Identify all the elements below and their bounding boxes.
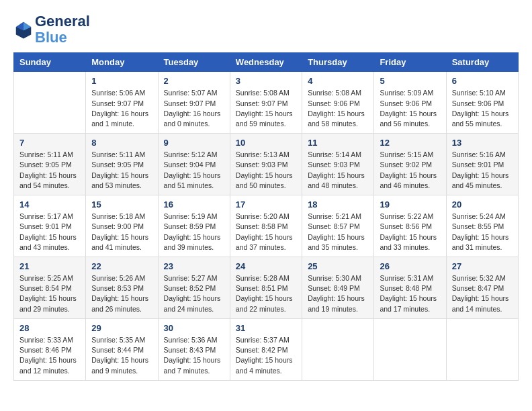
day-info: Sunrise: 5:33 AM Sunset: 8:46 PM Dayligh… (19, 335, 80, 376)
day-cell: 3Sunrise: 5:08 AM Sunset: 9:07 PM Daylig… (230, 72, 302, 134)
day-number: 2 (164, 76, 224, 86)
week-row: 14Sunrise: 5:17 AM Sunset: 9:01 PM Dayli… (14, 195, 519, 257)
logo: GeneralBlue (13, 13, 90, 46)
day-info: Sunrise: 5:19 AM Sunset: 8:59 PM Dayligh… (164, 212, 224, 253)
day-info: Sunrise: 5:18 AM Sunset: 9:00 PM Dayligh… (91, 212, 152, 253)
day-number: 4 (308, 76, 368, 86)
day-cell: 20Sunrise: 5:24 AM Sunset: 8:55 PM Dayli… (446, 195, 518, 257)
day-info: Sunrise: 5:12 AM Sunset: 9:04 PM Dayligh… (164, 150, 224, 191)
day-cell: 13Sunrise: 5:16 AM Sunset: 9:01 PM Dayli… (446, 134, 518, 195)
day-info: Sunrise: 5:20 AM Sunset: 8:58 PM Dayligh… (236, 212, 296, 253)
day-info: Sunrise: 5:13 AM Sunset: 9:03 PM Dayligh… (236, 150, 296, 191)
day-number: 10 (236, 138, 296, 148)
day-cell: 30Sunrise: 5:36 AM Sunset: 8:43 PM Dayli… (158, 318, 230, 380)
logo-text: GeneralBlue (35, 13, 90, 46)
day-number: 24 (236, 261, 296, 271)
day-cell: 5Sunrise: 5:09 AM Sunset: 9:06 PM Daylig… (374, 72, 446, 134)
day-info: Sunrise: 5:27 AM Sunset: 8:52 PM Dayligh… (164, 273, 224, 314)
day-number: 7 (19, 138, 80, 148)
day-info: Sunrise: 5:08 AM Sunset: 9:06 PM Dayligh… (308, 88, 368, 129)
day-cell: 6Sunrise: 5:10 AM Sunset: 9:06 PM Daylig… (446, 72, 518, 134)
day-number: 31 (236, 323, 296, 333)
day-number: 9 (164, 138, 224, 148)
day-cell: 10Sunrise: 5:13 AM Sunset: 9:03 PM Dayli… (230, 134, 302, 195)
day-cell: 4Sunrise: 5:08 AM Sunset: 9:06 PM Daylig… (302, 72, 374, 134)
day-info: Sunrise: 5:24 AM Sunset: 8:55 PM Dayligh… (452, 212, 513, 253)
column-header-sunday: Sunday (14, 53, 86, 72)
day-number: 27 (452, 261, 513, 271)
day-cell: 25Sunrise: 5:30 AM Sunset: 8:49 PM Dayli… (302, 257, 374, 319)
day-cell: 31Sunrise: 5:37 AM Sunset: 8:42 PM Dayli… (230, 318, 302, 380)
day-number: 1 (91, 76, 152, 86)
day-number: 23 (164, 261, 224, 271)
column-header-tuesday: Tuesday (158, 53, 230, 72)
day-number: 14 (19, 199, 80, 210)
day-cell (302, 318, 374, 380)
day-number: 3 (236, 76, 296, 86)
day-number: 16 (164, 199, 224, 210)
day-info: Sunrise: 5:09 AM Sunset: 9:06 PM Dayligh… (380, 88, 440, 129)
day-info: Sunrise: 5:22 AM Sunset: 8:56 PM Dayligh… (380, 212, 440, 253)
day-info: Sunrise: 5:07 AM Sunset: 9:07 PM Dayligh… (164, 88, 224, 129)
day-cell: 21Sunrise: 5:25 AM Sunset: 8:54 PM Dayli… (14, 257, 86, 319)
day-info: Sunrise: 5:35 AM Sunset: 8:44 PM Dayligh… (91, 335, 152, 376)
column-header-friday: Friday (374, 53, 446, 72)
day-number: 22 (91, 261, 152, 271)
header-row: SundayMondayTuesdayWednesdayThursdayFrid… (14, 53, 519, 72)
day-number: 30 (164, 323, 224, 333)
day-number: 8 (91, 138, 152, 148)
logo-icon (13, 19, 34, 40)
page-header: GeneralBlue (13, 13, 519, 46)
day-info: Sunrise: 5:36 AM Sunset: 8:43 PM Dayligh… (164, 335, 224, 376)
day-cell: 23Sunrise: 5:27 AM Sunset: 8:52 PM Dayli… (158, 257, 230, 319)
day-cell: 2Sunrise: 5:07 AM Sunset: 9:07 PM Daylig… (158, 72, 230, 134)
day-number: 28 (19, 323, 80, 333)
day-info: Sunrise: 5:11 AM Sunset: 9:05 PM Dayligh… (19, 150, 80, 191)
day-info: Sunrise: 5:17 AM Sunset: 9:01 PM Dayligh… (19, 212, 80, 253)
day-cell: 24Sunrise: 5:28 AM Sunset: 8:51 PM Dayli… (230, 257, 302, 319)
day-number: 20 (452, 199, 513, 210)
day-cell: 14Sunrise: 5:17 AM Sunset: 9:01 PM Dayli… (14, 195, 86, 257)
day-cell (374, 318, 446, 380)
column-header-saturday: Saturday (446, 53, 518, 72)
day-cell: 19Sunrise: 5:22 AM Sunset: 8:56 PM Dayli… (374, 195, 446, 257)
day-number: 15 (91, 199, 152, 210)
day-info: Sunrise: 5:10 AM Sunset: 9:06 PM Dayligh… (452, 88, 513, 129)
day-info: Sunrise: 5:31 AM Sunset: 8:48 PM Dayligh… (380, 273, 440, 314)
day-cell: 8Sunrise: 5:11 AM Sunset: 9:05 PM Daylig… (86, 134, 158, 195)
day-cell (14, 72, 86, 134)
day-info: Sunrise: 5:26 AM Sunset: 8:53 PM Dayligh… (91, 273, 152, 314)
day-cell: 18Sunrise: 5:21 AM Sunset: 8:57 PM Dayli… (302, 195, 374, 257)
calendar-table: SundayMondayTuesdayWednesdayThursdayFrid… (13, 52, 519, 380)
day-cell: 16Sunrise: 5:19 AM Sunset: 8:59 PM Dayli… (158, 195, 230, 257)
week-row: 7Sunrise: 5:11 AM Sunset: 9:05 PM Daylig… (14, 134, 519, 195)
day-info: Sunrise: 5:08 AM Sunset: 9:07 PM Dayligh… (236, 88, 296, 129)
day-number: 11 (308, 138, 368, 148)
week-row: 28Sunrise: 5:33 AM Sunset: 8:46 PM Dayli… (14, 318, 519, 380)
day-number: 29 (91, 323, 152, 333)
day-cell: 26Sunrise: 5:31 AM Sunset: 8:48 PM Dayli… (374, 257, 446, 319)
week-row: 21Sunrise: 5:25 AM Sunset: 8:54 PM Dayli… (14, 257, 519, 319)
day-cell: 17Sunrise: 5:20 AM Sunset: 8:58 PM Dayli… (230, 195, 302, 257)
day-number: 5 (380, 76, 440, 86)
day-info: Sunrise: 5:21 AM Sunset: 8:57 PM Dayligh… (308, 212, 368, 253)
column-header-thursday: Thursday (302, 53, 374, 72)
day-cell: 15Sunrise: 5:18 AM Sunset: 9:00 PM Dayli… (86, 195, 158, 257)
day-number: 26 (380, 261, 440, 271)
day-cell: 27Sunrise: 5:32 AM Sunset: 8:47 PM Dayli… (446, 257, 518, 319)
day-cell: 28Sunrise: 5:33 AM Sunset: 8:46 PM Dayli… (14, 318, 86, 380)
day-number: 12 (380, 138, 440, 148)
day-info: Sunrise: 5:16 AM Sunset: 9:01 PM Dayligh… (452, 150, 513, 191)
day-cell: 7Sunrise: 5:11 AM Sunset: 9:05 PM Daylig… (14, 134, 86, 195)
day-number: 13 (452, 138, 513, 148)
day-cell: 22Sunrise: 5:26 AM Sunset: 8:53 PM Dayli… (86, 257, 158, 319)
day-cell (446, 318, 518, 380)
day-info: Sunrise: 5:28 AM Sunset: 8:51 PM Dayligh… (236, 273, 296, 314)
day-info: Sunrise: 5:15 AM Sunset: 9:02 PM Dayligh… (380, 150, 440, 191)
day-number: 18 (308, 199, 368, 210)
day-info: Sunrise: 5:25 AM Sunset: 8:54 PM Dayligh… (19, 273, 80, 314)
day-number: 6 (452, 76, 513, 86)
day-number: 17 (236, 199, 296, 210)
day-cell: 9Sunrise: 5:12 AM Sunset: 9:04 PM Daylig… (158, 134, 230, 195)
day-number: 21 (19, 261, 80, 271)
